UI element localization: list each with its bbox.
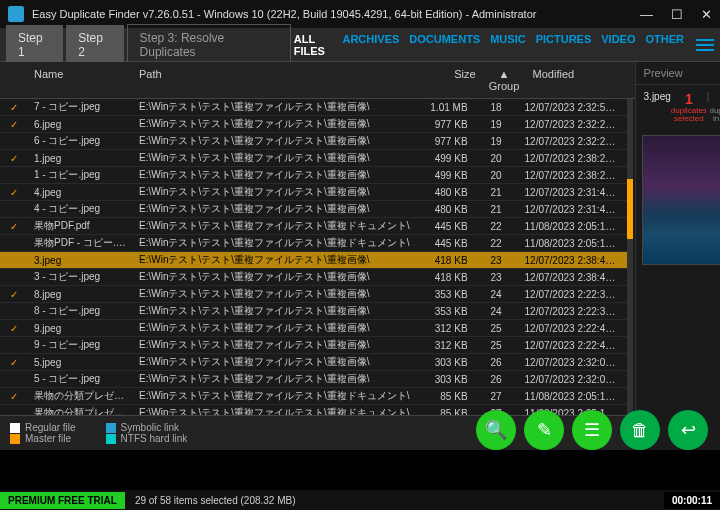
search-button[interactable]: 🔍	[476, 410, 516, 450]
row-checkbox[interactable]	[0, 242, 28, 244]
row-checkbox[interactable]: ✓	[0, 186, 28, 199]
row-path: E:\Winテスト\テスト\重複ファイルテスト\重複画像\	[133, 303, 416, 319]
row-modified: 12/07/2023 2:22:3…	[519, 305, 627, 318]
row-modified: 12/07/2023 2:32:2…	[519, 135, 627, 148]
table-row[interactable]: ✓1.jpegE:\Winテスト\テスト\重複ファイルテスト\重複画像\499 …	[0, 150, 627, 167]
scrollbar[interactable]	[627, 99, 633, 415]
table-row[interactable]: 4 - コピー.jpegE:\Winテスト\テスト\重複ファイルテスト\重複画像…	[0, 201, 627, 218]
row-group: 25	[474, 322, 519, 335]
row-path: E:\Winテスト\テスト\重複ファイルテスト\重複画像\	[133, 99, 416, 115]
row-modified: 12/07/2023 2:38:2…	[519, 152, 627, 165]
col-group[interactable]: ▲ Group	[482, 66, 527, 94]
row-path: E:\Winテスト\テスト\重複ファイルテスト\重複ドキュメント\	[133, 405, 416, 415]
table-row[interactable]: ✓6.jpegE:\Winテスト\テスト\重複ファイルテスト\重複画像\977 …	[0, 116, 627, 133]
row-modified: 12/07/2023 2:38:4…	[519, 271, 627, 284]
legend-symbolic-swatch	[106, 423, 116, 433]
row-checkbox[interactable]: ✓	[0, 152, 28, 165]
step-2-tab[interactable]: Step 2	[66, 25, 123, 65]
row-checkbox[interactable]	[0, 344, 28, 346]
close-button[interactable]: ✕	[701, 7, 712, 22]
legend-ntfs-swatch	[106, 434, 116, 444]
row-size: 303 KB	[416, 356, 474, 369]
step-1-tab[interactable]: Step 1	[6, 25, 63, 65]
table-row[interactable]: 3.jpegE:\Winテスト\テスト\重複ファイルテスト\重複画像\418 K…	[0, 252, 627, 269]
col-modified[interactable]: Modified	[527, 66, 635, 94]
row-size: 303 KB	[416, 373, 474, 386]
filter-music[interactable]: MUSIC	[490, 33, 525, 57]
table-row[interactable]: ✓5.jpegE:\Winテスト\テスト\重複ファイルテスト\重複画像\303 …	[0, 354, 627, 371]
row-name: 5 - コピー.jpeg	[28, 371, 133, 387]
scrollbar-thumb[interactable]	[627, 179, 633, 239]
table-row[interactable]: 3 - コピー.jpegE:\Winテスト\テスト\重複ファイルテスト\重複画像…	[0, 269, 627, 286]
filter-all[interactable]: ALL FILES	[294, 33, 333, 57]
row-checkbox[interactable]: ✓	[0, 356, 28, 369]
table-row[interactable]: ✓8.jpegE:\Winテスト\テスト\重複ファイルテスト\重複画像\353 …	[0, 286, 627, 303]
table-row[interactable]: 果物PDF - コピー.pdfE:\Winテスト\テスト\重複ファイルテスト\重…	[0, 235, 627, 252]
table-row[interactable]: ✓4.jpegE:\Winテスト\テスト\重複ファイルテスト\重複画像\480 …	[0, 184, 627, 201]
table-row[interactable]: 9 - コピー.jpegE:\Winテスト\テスト\重複ファイルテスト\重複画像…	[0, 337, 627, 354]
row-size: 480 KB	[416, 203, 474, 216]
row-name: 1.jpeg	[28, 152, 133, 165]
filter-video[interactable]: VIDEO	[601, 33, 635, 57]
row-modified: 12/07/2023 2:32:5…	[519, 101, 627, 114]
row-checkbox[interactable]: ✓	[0, 322, 28, 335]
filter-pictures[interactable]: PICTURES	[536, 33, 592, 57]
row-checkbox[interactable]: ✓	[0, 118, 28, 131]
table-row[interactable]: 1 - コピー.jpegE:\Winテスト\テスト\重複ファイルテスト\重複画像…	[0, 167, 627, 184]
row-name: 5.jpeg	[28, 356, 133, 369]
row-checkbox[interactable]	[0, 378, 28, 380]
row-checkbox[interactable]	[0, 140, 28, 142]
col-path[interactable]: Path	[133, 66, 424, 94]
filter-archives[interactable]: ARCHIVES	[342, 33, 399, 57]
list-button[interactable]: ☰	[572, 410, 612, 450]
row-modified: 11/08/2023 2:05:1…	[519, 220, 627, 233]
row-checkbox[interactable]	[0, 412, 28, 414]
edit-button[interactable]: ✎	[524, 410, 564, 450]
row-modified: 12/07/2023 2:31:4…	[519, 203, 627, 216]
filter-other[interactable]: OTHER	[646, 33, 685, 57]
row-size: 418 KB	[416, 254, 474, 267]
row-group: 23	[474, 254, 519, 267]
table-row[interactable]: 5 - コピー.jpegE:\Winテスト\テスト\重複ファイルテスト\重複画像…	[0, 371, 627, 388]
row-name: 1 - コピー.jpeg	[28, 167, 133, 183]
row-checkbox[interactable]: ✓	[0, 220, 28, 233]
table-row[interactable]: 8 - コピー.jpegE:\Winテスト\テスト\重複ファイルテスト\重複画像…	[0, 303, 627, 320]
toolbar: Step 1 Step 2 Step 3: Resolve Duplicates…	[0, 28, 720, 62]
row-checkbox[interactable]	[0, 310, 28, 312]
preview-thumbnail	[642, 135, 720, 265]
table-row[interactable]: ✓果物PDF.pdfE:\Winテスト\テスト\重複ファイルテスト\重複ドキュメ…	[0, 218, 627, 235]
row-group: 20	[474, 152, 519, 165]
row-group: 26	[474, 373, 519, 386]
row-checkbox[interactable]	[0, 174, 28, 176]
step-3-tab[interactable]: Step 3: Resolve Duplicates	[127, 24, 291, 66]
row-modified: 12/07/2023 2:32:0…	[519, 373, 627, 386]
row-group: 19	[474, 135, 519, 148]
col-size[interactable]: Size	[424, 66, 482, 94]
table-row[interactable]: 6 - コピー.jpegE:\Winテスト\テスト\重複ファイルテスト\重複画像…	[0, 133, 627, 150]
row-checkbox[interactable]: ✓	[0, 288, 28, 301]
filter-documents[interactable]: DOCUMENTS	[409, 33, 480, 57]
row-size: 312 KB	[416, 322, 474, 335]
row-checkbox[interactable]: ✓	[0, 101, 28, 114]
row-modified: 12/07/2023 2:22:4…	[519, 322, 627, 335]
menu-icon[interactable]	[696, 39, 714, 51]
row-checkbox[interactable]: ✓	[0, 390, 28, 403]
row-checkbox[interactable]	[0, 259, 28, 261]
table-row[interactable]: ✓9.jpegE:\Winテスト\テスト\重複ファイルテスト\重複画像\312 …	[0, 320, 627, 337]
minimize-button[interactable]: —	[640, 7, 653, 22]
undo-button[interactable]: ↩	[668, 410, 708, 450]
row-size: 85 KB	[416, 390, 474, 403]
delete-button[interactable]: 🗑	[620, 410, 660, 450]
row-name: 4 - コピー.jpeg	[28, 201, 133, 217]
table-row[interactable]: ✓果物の分類プレゼン.p…E:\Winテスト\テスト\重複ファイルテスト\重複ド…	[0, 388, 627, 405]
trial-badge[interactable]: PREMIUM FREE TRIAL	[0, 492, 125, 509]
row-path: E:\Winテスト\テスト\重複ファイルテスト\重複画像\	[133, 269, 416, 285]
row-group: 22	[474, 220, 519, 233]
row-path: E:\Winテスト\テスト\重複ファイルテスト\重複ドキュメント\	[133, 235, 416, 251]
row-checkbox[interactable]	[0, 276, 28, 278]
maximize-button[interactable]: ☐	[671, 7, 683, 22]
col-name[interactable]: Name	[28, 66, 133, 94]
row-checkbox[interactable]	[0, 208, 28, 210]
row-path: E:\Winテスト\テスト\重複ファイルテスト\重複ドキュメント\	[133, 388, 416, 404]
table-row[interactable]: ✓7 - コピー.jpegE:\Winテスト\テスト\重複ファイルテスト\重複画…	[0, 99, 627, 116]
